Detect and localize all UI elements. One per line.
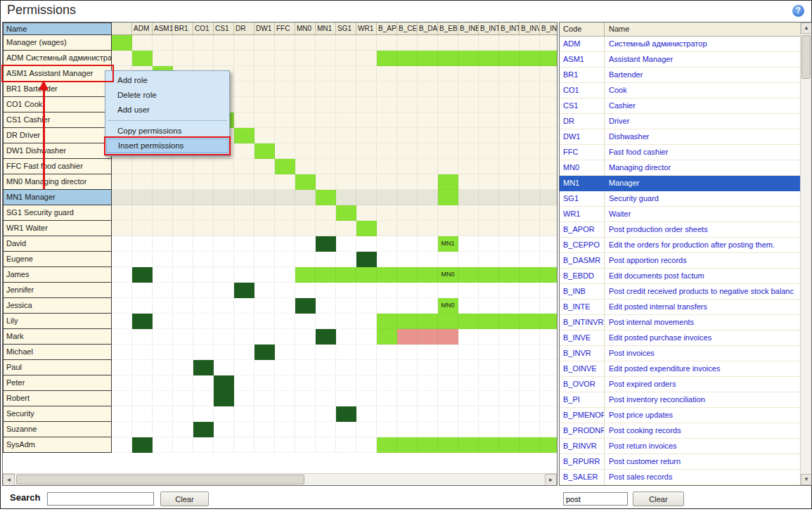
permission-cell[interactable] [275, 221, 295, 236]
permission-cell[interactable] [112, 267, 132, 283]
list-row-B_OINVE[interactable]: B_OINVEEdit posted expenditure invoices [560, 361, 800, 377]
column-header-role-self[interactable] [112, 23, 132, 35]
list-row-B_CEPPO[interactable]: B_CEPPOEdit the orders for production af… [560, 238, 800, 253]
permission-cell[interactable] [153, 174, 173, 190]
permission-cell[interactable] [214, 174, 234, 190]
permission-cell[interactable] [336, 236, 356, 252]
permission-cell[interactable] [112, 329, 132, 345]
permission-cell[interactable] [356, 391, 377, 406]
permission-cell[interactable] [295, 345, 316, 360]
column-header-B_DA[interactable]: B_DA [418, 23, 438, 35]
permission-cell[interactable] [356, 345, 377, 360]
permission-cell-light[interactable] [479, 267, 499, 283]
permission-cell[interactable] [336, 174, 356, 190]
permission-cell[interactable] [173, 329, 193, 345]
menu-item-add-role[interactable]: Add role [106, 73, 228, 88]
permission-cell[interactable] [275, 406, 295, 422]
permission-cell[interactable] [438, 252, 458, 267]
row-name[interactable]: MN1 Manager [3, 190, 112, 205]
permission-cell[interactable] [458, 190, 479, 205]
permission-cell[interactable] [356, 113, 377, 128]
permission-cell[interactable] [254, 128, 275, 143]
permission-cell-light[interactable] [316, 190, 336, 205]
permission-cell[interactable] [295, 283, 316, 298]
permission-cell[interactable] [254, 51, 275, 66]
column-header-B_INV[interactable]: B_INV [520, 23, 540, 35]
permission-cell[interactable] [336, 360, 356, 375]
permission-cell[interactable] [418, 113, 438, 128]
permission-cell[interactable] [254, 437, 275, 453]
permission-cell[interactable] [438, 97, 458, 113]
permission-cell[interactable] [377, 128, 397, 143]
permission-cell-light[interactable] [438, 314, 458, 329]
permission-cell[interactable] [295, 66, 316, 82]
permission-cell[interactable] [438, 283, 458, 298]
list-row-B_OVOR[interactable]: B_OVORPost expired orders [560, 377, 800, 392]
permission-cell[interactable] [295, 159, 316, 174]
permission-cell[interactable] [397, 82, 418, 97]
permission-cell[interactable] [356, 66, 377, 82]
permission-cell[interactable] [540, 174, 557, 190]
permission-cell[interactable] [153, 406, 173, 422]
permission-cell[interactable] [153, 267, 173, 283]
permission-cell[interactable] [397, 375, 418, 391]
permission-cell[interactable] [214, 360, 234, 375]
permission-cell[interactable] [356, 174, 377, 190]
permission-cell[interactable] [275, 360, 295, 375]
permission-cell[interactable] [540, 236, 557, 252]
permission-cell[interactable] [214, 205, 234, 221]
permission-cell-light[interactable] [397, 267, 418, 283]
permission-cell-light[interactable] [356, 221, 377, 236]
permission-cell-light[interactable] [540, 437, 557, 453]
list-row-ASM1[interactable]: ASM1Assistant Manager [560, 52, 800, 68]
permission-cell[interactable] [336, 82, 356, 97]
permission-cell[interactable] [295, 97, 316, 113]
permission-cell[interactable] [418, 159, 438, 174]
permission-cell[interactable] [214, 267, 234, 283]
permission-cell[interactable] [112, 298, 132, 314]
permission-cell[interactable] [316, 252, 336, 267]
clear-button-right[interactable]: Clear [633, 491, 684, 506]
permission-cell[interactable] [458, 298, 479, 314]
permission-cell[interactable] [173, 375, 193, 391]
permission-cell[interactable] [234, 345, 254, 360]
permission-cell[interactable] [275, 267, 295, 283]
permission-cell[interactable] [234, 314, 254, 329]
permission-cell-light[interactable] [397, 314, 418, 329]
permission-cell-dark[interactable] [193, 422, 214, 437]
permission-cell-light[interactable] [479, 314, 499, 329]
permission-cell[interactable] [458, 128, 479, 143]
permission-cell-light[interactable] [499, 437, 520, 453]
permission-cell[interactable] [254, 406, 275, 422]
permission-cell[interactable] [295, 437, 316, 453]
list-row-B_SALER[interactable]: B_SALERPost sales records [560, 470, 800, 485]
permission-cell[interactable] [275, 236, 295, 252]
permission-cell[interactable] [356, 437, 377, 453]
permission-cell[interactable] [193, 159, 214, 174]
permission-cell[interactable] [173, 236, 193, 252]
permission-cell[interactable] [520, 422, 540, 437]
menu-item-delete-role[interactable]: Delete role [106, 88, 228, 103]
permission-cell[interactable] [112, 391, 132, 406]
permission-cell[interactable] [112, 360, 132, 375]
permission-cell[interactable] [418, 66, 438, 82]
menu-item-insert-permissions[interactable]: Insert permissions [106, 139, 228, 153]
permission-cell[interactable] [377, 35, 397, 51]
row-name[interactable]: BR1 Bartender [3, 82, 112, 97]
row-name[interactable]: DW1 Dishwasher [3, 143, 112, 159]
row-name[interactable]: CS1 Cashier [3, 113, 112, 128]
permission-cell[interactable] [214, 252, 234, 267]
permission-cell[interactable] [173, 190, 193, 205]
permission-cell-light[interactable] [295, 267, 316, 283]
permission-cell[interactable] [377, 298, 397, 314]
permission-cell[interactable] [458, 391, 479, 406]
permission-cell[interactable] [458, 375, 479, 391]
column-header-B_INB[interactable]: B_INB [458, 23, 479, 35]
permission-cell[interactable] [193, 35, 214, 51]
permission-cell[interactable] [234, 205, 254, 221]
permission-cell[interactable] [254, 314, 275, 329]
list-row-BR1[interactable]: BR1Bartender [560, 68, 800, 83]
permission-cell[interactable] [540, 82, 557, 97]
permission-cell[interactable] [275, 391, 295, 406]
search-input-right[interactable] [563, 492, 628, 506]
